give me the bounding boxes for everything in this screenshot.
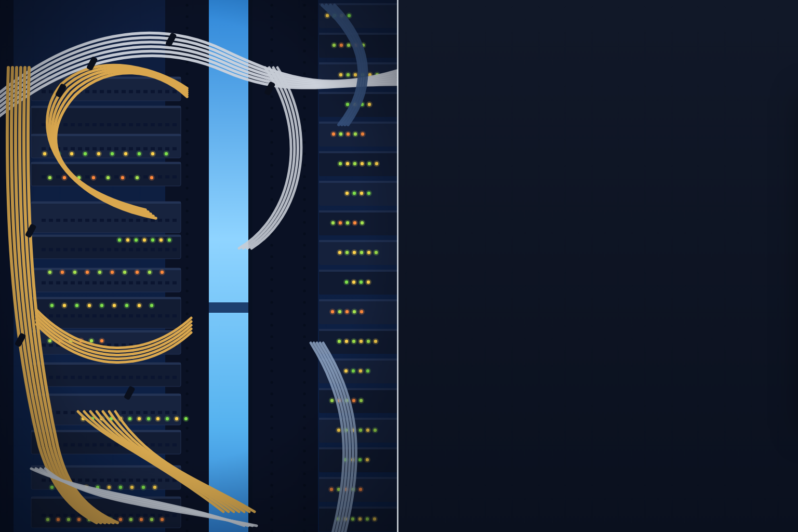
right-panel: User Dasboard Buo Ootonisoe G Somt (398, 0, 798, 532)
server-room-photo (0, 0, 398, 532)
screenshot-root: User Dasboard Buo Ootonisoe G Somt (0, 0, 798, 532)
server-room-illustration (0, 0, 398, 532)
